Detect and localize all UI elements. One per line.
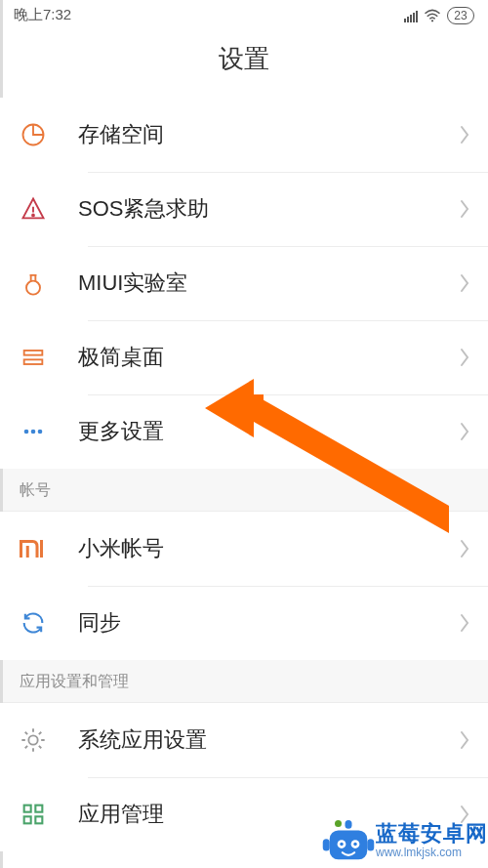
status-time: 晚上7:32 [14,6,71,24]
sync-icon [20,609,78,637]
svg-rect-23 [323,839,330,850]
svg-point-20 [353,843,357,847]
watermark-brand: 蓝莓安卓网 [376,822,488,846]
settings-row-lab[interactable]: MIUI实验室 [0,246,488,320]
row-label: 更多设置 [78,417,459,446]
row-label: 同步 [78,608,459,638]
storage-icon [20,121,78,148]
svg-point-8 [38,430,43,434]
chevron-right-icon [459,613,470,633]
flask-icon [20,269,78,297]
svg-point-22 [335,820,342,827]
settings-row-sos[interactable]: SOS紧急求助 [0,172,488,246]
chevron-right-icon [459,730,470,750]
chevron-right-icon [459,125,470,145]
svg-point-9 [28,735,37,744]
chevron-right-icon [459,273,470,293]
robot-icon [321,813,376,868]
svg-point-3 [26,281,40,295]
settings-row-storage[interactable]: 存储空间 [0,98,488,172]
row-label: 系统应用设置 [78,725,459,755]
wifi-icon [424,9,441,22]
more-icon [20,418,78,445]
chevron-right-icon [459,348,470,367]
svg-point-6 [24,430,29,434]
row-label: SOS紧急求助 [78,194,459,224]
row-label: MIUI实验室 [78,269,459,298]
settings-row-sync[interactable]: 同步 [0,586,488,660]
svg-point-2 [32,214,34,216]
settings-row-mi-account[interactable]: 小米帐号 [0,512,488,586]
watermark-url: www.lmkjsk.com [376,847,462,859]
svg-rect-13 [35,816,42,823]
battery-icon: 23 [447,7,474,24]
svg-rect-24 [367,839,374,850]
row-label: 存储空间 [78,120,459,149]
settings-row-more[interactable]: 更多设置 [0,394,488,469]
gear-icon [20,726,78,754]
settings-row-system-apps[interactable]: 系统应用设置 [0,703,488,777]
svg-rect-5 [24,359,43,364]
svg-point-7 [31,430,36,434]
svg-point-0 [431,20,433,21]
svg-rect-11 [35,806,42,812]
sos-icon [20,195,78,223]
status-bar: 晚上7:32 23 [0,0,488,26]
settings-row-simple-desktop[interactable]: 极简桌面 [0,320,488,394]
simple-desktop-icon [20,344,78,371]
signal-icon [404,9,418,22]
chevron-right-icon [459,539,470,558]
svg-rect-10 [24,806,31,812]
section-header-apps: 应用设置和管理 [0,660,488,703]
mi-logo-icon [20,539,78,558]
section-header-account: 帐号 [0,469,488,512]
svg-rect-21 [346,820,352,829]
chevron-right-icon [459,199,470,219]
svg-point-19 [340,843,344,847]
page-title: 设置 [0,26,488,98]
svg-rect-4 [24,351,43,355]
row-label: 极简桌面 [78,343,459,372]
watermark: 蓝莓安卓网 www.lmkjsk.com [321,813,488,868]
status-right: 23 [404,7,474,24]
chevron-right-icon [459,422,470,441]
svg-rect-12 [24,816,31,823]
row-label: 小米帐号 [78,534,459,563]
apps-grid-icon [20,801,78,828]
